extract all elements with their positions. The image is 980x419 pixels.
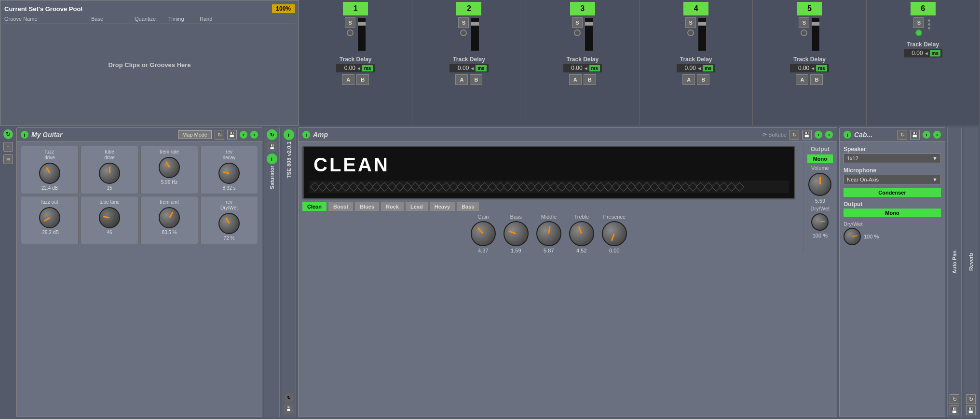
track-delay-ms-3[interactable]: ms: [589, 65, 600, 71]
amp-mode-bass[interactable]: Bass: [457, 202, 479, 211]
track-delay-ms-4[interactable]: ms: [703, 65, 713, 71]
cab-mic-dropdown[interactable]: Near On-Axis ▼: [844, 175, 941, 184]
knob-rev-drywet[interactable]: [218, 213, 240, 234]
amp-save-icon[interactable]: 💾: [802, 130, 812, 140]
track-b-btn-2[interactable]: B: [470, 74, 482, 85]
tse-btn1[interactable]: ↻: [284, 393, 294, 403]
tse-info-btn[interactable]: i: [284, 129, 294, 140]
track-solo-btn-4[interactable]: S: [685, 17, 696, 28]
cab-speaker-dropdown[interactable]: 1x12 ▼: [844, 154, 941, 163]
knob-fuzz-out[interactable]: [39, 207, 60, 228]
amp-knob-bass[interactable]: [504, 221, 529, 246]
track-solo-btn-6[interactable]: S: [913, 17, 924, 28]
track-mute-4[interactable]: [687, 29, 694, 36]
reverb-refresh-icon[interactable]: ↻: [966, 394, 976, 404]
amp-mode-clean[interactable]: Clean: [302, 202, 327, 211]
amp-mode-rock[interactable]: Rock: [381, 202, 404, 211]
track-delay-arrow-2[interactable]: ◄: [470, 66, 475, 71]
saturator-info-btn[interactable]: i: [267, 154, 277, 164]
track-delay-input-5[interactable]: 0.00 ◄ ms: [790, 64, 829, 72]
amp-mono-btn[interactable]: Mono: [807, 154, 833, 163]
knob-tube-drive[interactable]: [99, 163, 120, 184]
track-num-btn-4[interactable]: 4: [683, 2, 708, 15]
track-b-btn-4[interactable]: B: [697, 74, 709, 85]
amp-mode-lead[interactable]: Lead: [406, 202, 428, 211]
knob-trem-amt[interactable]: [159, 207, 180, 228]
track-delay-input-1[interactable]: 0.00 ◄ ms: [336, 64, 375, 72]
amp-info3-icon[interactable]: i: [825, 131, 833, 139]
my-guitar-info3-icon[interactable]: i: [250, 131, 258, 139]
track-delay-input-3[interactable]: 0.00 ◄ ms: [563, 64, 602, 72]
track-delay-arrow-6[interactable]: ◄: [924, 51, 929, 56]
track-delay-ms-2[interactable]: ms: [476, 65, 486, 71]
reverb-save-icon[interactable]: 💾: [966, 405, 976, 415]
cab-condenser-btn[interactable]: Condenser: [844, 188, 941, 197]
track-delay-ms-6[interactable]: ms: [930, 50, 940, 56]
amp-drywet-knob[interactable]: [811, 213, 829, 231]
track-mute-6[interactable]: [915, 29, 922, 36]
groove-drop-area[interactable]: Drop Clips or Grooves Here: [4, 26, 295, 103]
track-delay-input-4[interactable]: 0.00 ◄ ms: [677, 64, 715, 72]
track-solo-btn-5[interactable]: S: [799, 17, 809, 28]
track-delay-ms-5[interactable]: ms: [816, 65, 827, 71]
tse-btn2[interactable]: 💾: [284, 404, 294, 414]
track-delay-arrow-3[interactable]: ◄: [584, 66, 588, 71]
amp-knob-gain[interactable]: [471, 221, 496, 246]
saturator-refresh-btn[interactable]: ↻: [267, 129, 277, 140]
auto-pan-save-icon[interactable]: 💾: [950, 405, 959, 415]
amp-knob-treble[interactable]: [569, 221, 594, 246]
cab-info3-icon[interactable]: i: [933, 131, 941, 139]
cab-drywet-knob[interactable]: [844, 228, 861, 245]
saturator-save-btn[interactable]: 💾: [267, 141, 277, 152]
track-solo-btn-2[interactable]: S: [458, 17, 469, 28]
knob-rev-decay[interactable]: [218, 163, 240, 184]
amp-mode-heavy[interactable]: Heavy: [430, 202, 455, 211]
track-b-btn-5[interactable]: B: [810, 74, 823, 85]
track-a-btn-4[interactable]: A: [682, 74, 695, 85]
track-a-btn-2[interactable]: A: [455, 74, 468, 85]
track-delay-arrow-4[interactable]: ◄: [697, 66, 702, 71]
knob-tube-tone[interactable]: [99, 207, 120, 228]
my-guitar-refresh-icon[interactable]: ↻: [215, 130, 224, 140]
track-a-btn-1[interactable]: A: [342, 74, 354, 85]
amp-mode-blues[interactable]: Blues: [355, 202, 379, 211]
track-fader-3[interactable]: [585, 17, 593, 51]
track-mute-3[interactable]: [574, 29, 581, 36]
track-delay-input-2[interactable]: 0.00 ◄ ms: [449, 64, 488, 72]
amp-knob-middle[interactable]: [536, 221, 561, 246]
cab-refresh-icon[interactable]: ↻: [898, 130, 907, 140]
amp-mode-boost[interactable]: Boost: [328, 202, 353, 211]
sidebar-eq-icon[interactable]: ⊟: [3, 154, 13, 164]
track-mute-5[interactable]: [801, 29, 807, 36]
track-delay-input-6[interactable]: 0.00 ◄ ms: [904, 49, 942, 57]
cab-info2-icon[interactable]: i: [923, 131, 930, 139]
track-fader-4[interactable]: [698, 17, 707, 51]
map-mode-button[interactable]: Map Mode: [178, 130, 212, 139]
cab-info-icon[interactable]: i: [844, 131, 851, 139]
track-num-btn-6[interactable]: 6: [911, 2, 936, 15]
cab-mono-btn[interactable]: Mono: [844, 209, 941, 217]
knob-trem-rate[interactable]: [159, 157, 180, 178]
track-delay-ms-1[interactable]: ms: [362, 65, 373, 71]
track-mute-1[interactable]: [347, 29, 354, 36]
track-num-btn-5[interactable]: 5: [797, 2, 822, 15]
amp-refresh-icon[interactable]: ↻: [789, 130, 799, 140]
track-num-btn-2[interactable]: 2: [456, 2, 481, 15]
track-mute-2[interactable]: [460, 29, 467, 36]
track-fader-2[interactable]: [471, 17, 479, 51]
amp-volume-knob[interactable]: [808, 173, 831, 196]
sidebar-list-icon[interactable]: ≡: [3, 142, 13, 152]
track-fader-5[interactable]: [811, 17, 820, 51]
track-delay-arrow-5[interactable]: ◄: [810, 66, 815, 71]
knob-fuzz-drive[interactable]: [39, 163, 60, 184]
my-guitar-info-icon[interactable]: i: [21, 131, 28, 139]
cab-save-icon[interactable]: 💾: [910, 130, 920, 140]
track-solo-btn-1[interactable]: S: [345, 17, 355, 28]
amp-info-icon[interactable]: i: [302, 131, 310, 139]
track-solo-btn-3[interactable]: S: [572, 17, 583, 28]
my-guitar-info2-icon[interactable]: i: [240, 131, 247, 139]
track-a-btn-3[interactable]: A: [569, 74, 582, 85]
track-fader-1[interactable]: [357, 17, 366, 51]
track-a-btn-5[interactable]: A: [796, 74, 808, 85]
track-b-btn-1[interactable]: B: [356, 74, 369, 85]
